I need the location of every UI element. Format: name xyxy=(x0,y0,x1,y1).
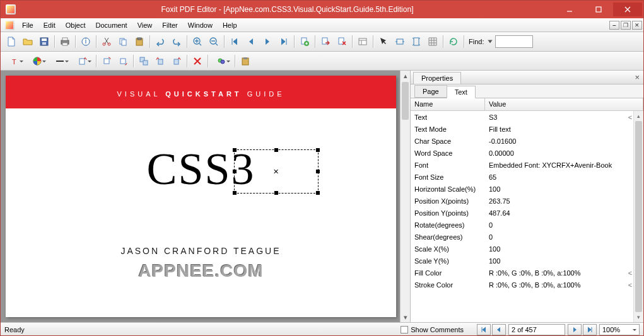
text-tool-icon[interactable]: T xyxy=(4,54,25,69)
property-value[interactable]: 0 xyxy=(485,233,633,241)
resize-handle-e[interactable] xyxy=(315,170,319,173)
menu-file[interactable]: File xyxy=(17,20,38,31)
fit-width-icon[interactable] xyxy=(392,34,407,49)
selected-text-object[interactable]: CSS3 ✕ xyxy=(146,143,255,195)
property-value[interactable]: 100 xyxy=(485,185,633,193)
menu-help[interactable]: Help xyxy=(218,20,242,31)
find-input[interactable] xyxy=(495,35,533,48)
new-file-icon[interactable] xyxy=(4,34,19,49)
property-row[interactable]: TextS3< xyxy=(411,111,633,123)
clipboard-icon[interactable] xyxy=(238,54,253,69)
props-scroll-thumb[interactable] xyxy=(635,121,642,312)
resize-handle-nw[interactable] xyxy=(232,148,236,152)
grid-icon[interactable] xyxy=(425,34,440,49)
property-value[interactable]: 65 xyxy=(485,173,633,181)
scroll-down-icon[interactable]: ▾ xyxy=(401,312,410,322)
close-button[interactable] xyxy=(613,3,642,16)
property-row[interactable]: FontEmbedded Font: XYCRFX+Avenir-Book xyxy=(411,159,633,171)
property-row[interactable]: Text ModeFill text xyxy=(411,123,633,135)
props-scroll-up-icon[interactable]: ▴ xyxy=(634,111,643,121)
selection-box[interactable]: ✕ xyxy=(233,149,318,194)
zoom-out-icon[interactable] xyxy=(206,34,221,49)
properties-close-icon[interactable]: × xyxy=(635,72,640,82)
nav-first-button[interactable] xyxy=(477,324,491,335)
resize-handle-ne[interactable] xyxy=(315,148,319,152)
resize-handle-n[interactable] xyxy=(274,148,278,152)
color-picker-icon[interactable] xyxy=(26,54,48,69)
property-row[interactable]: Fill ColorR :0%, G :0%, B :0%, a:100%< xyxy=(411,267,633,279)
print-icon[interactable] xyxy=(57,34,73,49)
maximize-button[interactable] xyxy=(584,3,613,16)
menu-object[interactable]: Object xyxy=(61,20,91,31)
menu-edit[interactable]: Edit xyxy=(38,20,61,31)
mdi-close-button[interactable]: ✕ xyxy=(632,21,642,30)
properties-col-value[interactable]: Value xyxy=(485,98,643,110)
select-tool-icon[interactable] xyxy=(376,34,391,49)
property-row[interactable]: Stroke ColorR :0%, G :0%, B :0%, a:100%< xyxy=(411,279,633,291)
undo-icon[interactable] xyxy=(153,34,168,49)
nav-last-button[interactable] xyxy=(583,324,597,335)
bring-front-icon[interactable] xyxy=(99,54,114,69)
property-value[interactable]: 487.64 xyxy=(485,209,633,217)
minimize-button[interactable] xyxy=(555,3,584,16)
tab-text[interactable]: Text xyxy=(447,86,476,98)
rotate-left-icon[interactable] xyxy=(153,54,168,69)
property-row[interactable]: Char Space-0.01600 xyxy=(411,135,633,147)
send-back-icon[interactable] xyxy=(115,54,131,69)
fit-page-icon[interactable] xyxy=(409,34,424,49)
delete-page-icon[interactable] xyxy=(334,34,349,49)
property-value[interactable]: 0 xyxy=(485,221,633,229)
menu-filter[interactable]: Filter xyxy=(157,20,182,31)
zoom-select[interactable]: 100% xyxy=(599,324,640,335)
nav-next-button[interactable] xyxy=(568,324,582,335)
rotate-right-icon[interactable] xyxy=(169,54,184,69)
property-row[interactable]: Font Size65 xyxy=(411,171,633,183)
cut-icon[interactable] xyxy=(99,34,114,49)
property-row[interactable]: Word Space0.00000 xyxy=(411,147,633,159)
properties-scrollbar[interactable]: ▴ ▾ xyxy=(633,111,643,322)
properties-title-tab[interactable]: Properties xyxy=(413,72,461,84)
scroll-up-icon[interactable]: ▴ xyxy=(401,71,410,81)
document-scrollbar[interactable]: ▴ ▾ xyxy=(400,71,410,322)
property-value[interactable]: -0.01600 xyxy=(485,137,633,145)
last-page-icon[interactable] xyxy=(276,34,291,49)
page-number-input[interactable]: 2 of 457 xyxy=(508,324,565,335)
show-comments-checkbox[interactable] xyxy=(401,326,408,333)
redo-icon[interactable] xyxy=(169,34,184,49)
remove-icon[interactable] xyxy=(190,54,205,69)
menu-view[interactable]: View xyxy=(132,20,158,31)
property-value[interactable]: 0.00000 xyxy=(485,149,633,157)
info-icon[interactable]: i xyxy=(78,34,93,49)
nav-prev-button[interactable] xyxy=(492,324,506,335)
first-page-icon[interactable] xyxy=(227,34,242,49)
app-menu-icon[interactable] xyxy=(4,20,15,30)
save-file-icon[interactable] xyxy=(37,34,52,49)
open-file-icon[interactable] xyxy=(20,34,35,49)
property-row[interactable]: Position Y(points)487.64 xyxy=(411,207,633,219)
property-row[interactable]: Scale Y(%)100 xyxy=(411,255,633,267)
resize-handle-sw[interactable] xyxy=(232,191,236,195)
property-row[interactable]: Scale X(%)100 xyxy=(411,243,633,255)
property-value[interactable]: Embedded Font: XYCRFX+Avenir-Book xyxy=(485,161,633,169)
property-value[interactable]: 100 xyxy=(485,245,633,253)
refresh-icon[interactable] xyxy=(446,34,461,49)
tab-page[interactable]: Page xyxy=(414,85,447,98)
menu-window[interactable]: Window xyxy=(183,20,218,31)
insert-page-icon[interactable] xyxy=(297,34,312,49)
property-value[interactable]: R :0%, G :0%, B :0%, a:100% xyxy=(485,269,627,277)
property-row[interactable]: Shear(degrees)0 xyxy=(411,231,633,243)
shapes-icon[interactable] xyxy=(211,54,232,69)
copy-icon[interactable] xyxy=(115,34,131,49)
property-value[interactable]: R :0%, G :0%, B :0%, a:100% xyxy=(485,281,627,289)
zoom-in-icon[interactable] xyxy=(190,34,205,49)
document-area[interactable]: VISUAL QUICKSTART GUIDE CSS3 ✕ JASON CRA… xyxy=(1,71,410,322)
property-row[interactable]: Horizontal Scale(%)100 xyxy=(411,183,633,195)
mdi-restore-button[interactable]: ❐ xyxy=(621,21,631,30)
next-page-icon[interactable] xyxy=(260,34,275,49)
property-row[interactable]: Rotate(degrees)0 xyxy=(411,219,633,231)
find-dropdown-icon[interactable] xyxy=(486,34,495,49)
paste-icon[interactable] xyxy=(132,34,147,49)
scroll-thumb[interactable] xyxy=(402,82,409,120)
object-rotate-icon[interactable] xyxy=(72,54,93,69)
property-value[interactable]: 100 xyxy=(485,257,633,265)
